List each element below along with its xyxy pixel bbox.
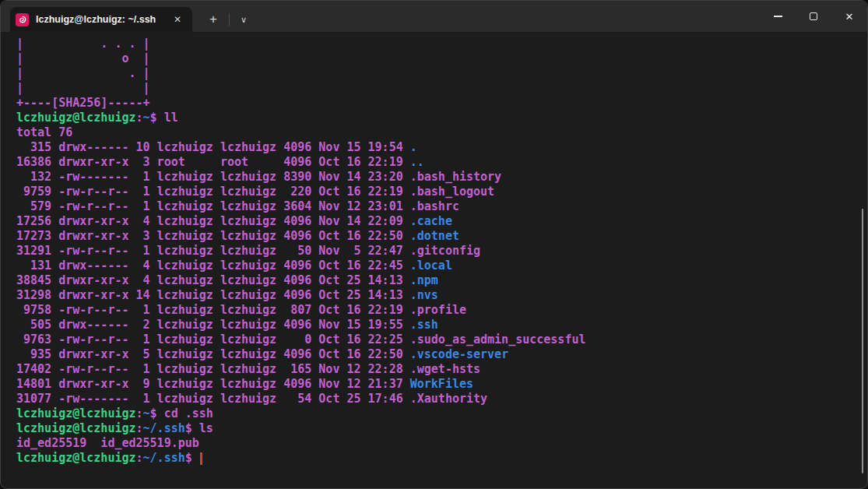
terminal-text: $ [185,451,199,465]
terminal-text: 14801 drwxr-xr-x 9 lczhuigz lczhuigz 409… [16,377,410,391]
terminal-text: WorkFiles [410,377,473,391]
terminal-text: 31291 -rw-r--r-- 1 lczhuigz lczhuigz 50 … [16,244,480,258]
terminal-line: 935 drwxr-xr-x 5 lczhuigz lczhuigz 4096 … [16,347,867,362]
terminal-line: | . . . | [16,37,867,51]
terminal-line: total 76 [16,125,867,140]
terminal-text: .cache [410,214,452,228]
terminal-line: 31077 -rw------- 1 lczhuigz lczhuigz 54 … [16,392,867,406]
debian-distro-icon [16,13,29,26]
terminal-text: +----[SHA256]-----+ [16,96,150,110]
terminal-line: 579 -rw-r--r-- 1 lczhuigz lczhuigz 3604 … [16,199,867,214]
terminal-text: 31077 -rw------- 1 lczhuigz lczhuigz 54 … [16,392,487,406]
close-icon: ✕ [845,11,854,23]
tab-lczhuigz-ssh[interactable]: lczhuigz@lczhuigz: ~/.ssh ✕ [10,7,192,32]
minimize-icon [774,16,782,16]
terminal-text: lczhuigz@lczhuigz [16,421,136,435]
terminal-text: .nvs [410,288,438,302]
terminal-text: ~ [143,406,150,420]
terminal-text: : [136,111,143,125]
terminal-line: 9758 -rw-r--r-- 1 lczhuigz lczhuigz 807 … [16,303,867,318]
terminal-line: 16386 drwxr-xr-x 3 root root 4096 Oct 16… [16,155,867,170]
screen: lczhuigz@lczhuigz: ~/.ssh ✕ + ∨ ✕ [0,0,868,489]
terminal-line: 315 drwx------ 10 lczhuigz lczhuigz 4096… [16,140,867,155]
terminal-text: lczhuigz@lczhuigz [16,406,136,420]
new-tab-button[interactable]: + [198,7,229,32]
terminal-text: : [136,451,143,465]
terminal-text: $ cd .ssh [150,406,213,420]
close-button[interactable]: ✕ [831,1,867,32]
terminal-line: 17256 drwxr-xr-x 4 lczhuigz lczhuigz 409… [16,214,867,229]
terminal-text: $ ll [150,111,178,125]
terminal-text: : [136,421,143,435]
tab-dropdown-button[interactable]: ∨ [230,7,258,32]
terminal-text: 31298 drwxr-xr-x 14 lczhuigz lczhuigz 40… [16,288,410,302]
chevron-down-icon: ∨ [241,15,247,25]
terminal-text: 38845 drwxr-xr-x 4 lczhuigz lczhuigz 409… [16,273,410,287]
terminal-text: 17402 -rw-r--r-- 1 lczhuigz lczhuigz 165… [16,362,480,376]
terminal-text: 9759 -rw-r--r-- 1 lczhuigz lczhuigz 220 … [16,185,494,199]
terminal-text: lczhuigz@lczhuigz [16,451,136,465]
terminal-text: 9758 -rw-r--r-- 1 lczhuigz lczhuigz 807 … [16,303,466,317]
terminal-line: 132 -rw------- 1 lczhuigz lczhuigz 8390 … [16,170,867,185]
terminal-text: : [136,406,143,420]
terminal-line: 17273 drwxr-xr-x 3 lczhuigz lczhuigz 409… [16,229,867,244]
terminal-line: lczhuigz@lczhuigz:~/.ssh$ [16,451,867,466]
terminal-line: | | [16,81,867,96]
tab-title: lczhuigz@lczhuigz: ~/.ssh [36,14,169,25]
terminal-line: 38845 drwxr-xr-x 4 lczhuigz lczhuigz 409… [16,273,867,288]
terminal-text: . [410,140,417,154]
terminal-text: 935 drwxr-xr-x 5 lczhuigz lczhuigz 4096 … [16,347,410,361]
terminal-text: 17273 drwxr-xr-x 3 lczhuigz lczhuigz 409… [16,229,410,243]
terminal-text: 131 drwx------ 4 lczhuigz lczhuigz 4096 … [16,259,410,273]
terminal-text: 132 -rw------- 1 lczhuigz lczhuigz 8390 … [16,170,501,184]
terminal-text: .vscode-server [410,347,508,361]
terminal-line: 31291 -rw-r--r-- 1 lczhuigz lczhuigz 50 … [16,244,867,259]
terminal-line: 9759 -rw-r--r-- 1 lczhuigz lczhuigz 220 … [16,185,867,199]
terminal-text: 315 drwx------ 10 lczhuigz lczhuigz 4096… [16,140,410,154]
terminal-text: | o | [16,51,150,65]
terminal-line: 31298 drwxr-xr-x 14 lczhuigz lczhuigz 40… [16,288,867,303]
terminal-line: 17402 -rw-r--r-- 1 lczhuigz lczhuigz 165… [16,362,867,377]
terminal-line: 14801 drwxr-xr-x 9 lczhuigz lczhuigz 409… [16,377,867,392]
terminal-text: lczhuigz@lczhuigz [16,111,136,125]
terminal-text: $ ls [185,421,213,435]
terminal-line: lczhuigz@lczhuigz:~/.ssh$ ls [16,421,867,436]
window-controls: ✕ [760,1,867,32]
terminal-text: .. [410,155,424,169]
maximize-icon [810,12,817,20]
maximize-button[interactable] [796,1,831,32]
terminal-line: 131 drwx------ 4 lczhuigz lczhuigz 4096 … [16,259,867,273]
scrollbar-thumb[interactable] [862,209,863,473]
terminal-text: .local [410,259,452,273]
terminal-text: ~/.ssh [143,421,185,435]
terminal-line: id_ed25519 id_ed25519.pub [16,436,867,451]
terminal-text: 17256 drwxr-xr-x 4 lczhuigz lczhuigz 409… [16,214,410,228]
terminal-text: .ssh [410,318,438,332]
terminal-text: 9763 -rw-r--r-- 1 lczhuigz lczhuigz 0 Oc… [16,332,586,347]
terminal-line: 505 drwx------ 2 lczhuigz lczhuigz 4096 … [16,318,867,332]
titlebar: lczhuigz@lczhuigz: ~/.ssh ✕ + ∨ ✕ [1,1,867,32]
terminal-text: | . . . | [16,37,150,51]
terminal-text: 505 drwx------ 2 lczhuigz lczhuigz 4096 … [16,318,410,332]
terminal-text: | . | [16,66,150,80]
tab-close-button[interactable]: ✕ [169,11,186,28]
terminal-line: | o | [16,51,867,66]
terminal-line: +----[SHA256]-----+ [16,96,867,111]
terminal-text: total 76 [16,125,72,139]
terminal-line: lczhuigz@lczhuigz:~$ cd .ssh [16,406,867,421]
terminal-output[interactable]: | . . . || o || . || |+----[SHA256]-----… [1,32,867,488]
terminal-line: 9763 -rw-r--r-- 1 lczhuigz lczhuigz 0 Oc… [16,332,867,347]
terminal-text: ~ [143,111,150,125]
terminal-line: lczhuigz@lczhuigz:~$ ll [16,111,867,125]
terminal-text: ~/.ssh [143,451,185,465]
terminal-text: | | [16,81,150,95]
terminal-text: 579 -rw-r--r-- 1 lczhuigz lczhuigz 3604 … [16,199,459,213]
terminal-window: lczhuigz@lczhuigz: ~/.ssh ✕ + ∨ ✕ [0,0,868,489]
terminal-text: id_ed25519 id_ed25519.pub [16,436,199,450]
terminal-cursor [200,452,202,465]
terminal-line: | . | [16,66,867,81]
minimize-button[interactable] [760,1,796,32]
terminal-text: 16386 drwxr-xr-x 3 root root 4096 Oct 16… [16,155,410,169]
terminal-text: .dotnet [410,229,459,243]
terminal-text: .npm [410,273,438,287]
